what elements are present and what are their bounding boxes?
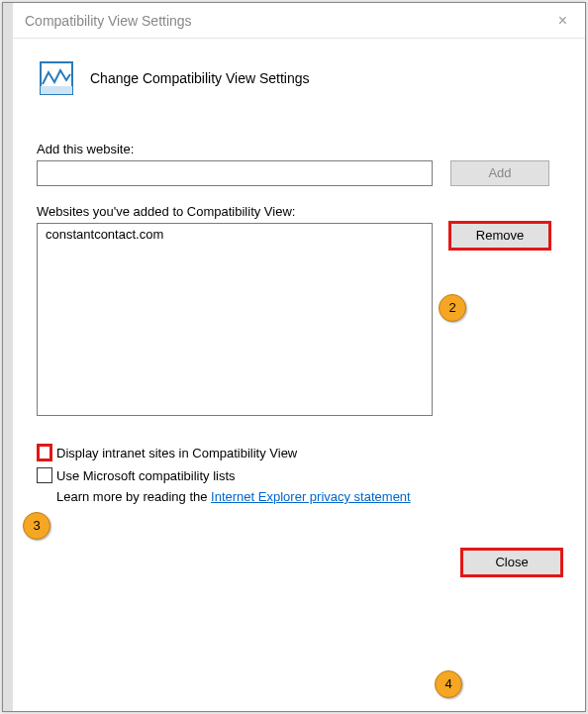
- mslists-checkbox-row: Use Microsoft compatibility lists: [37, 467, 561, 483]
- titlebar: Compatibility View Settings ×: [13, 3, 585, 39]
- list-item[interactable]: constantcontact.com: [40, 226, 430, 243]
- window-title: Compatibility View Settings: [25, 3, 192, 39]
- privacy-statement-link[interactable]: Internet Explorer privacy statement: [211, 489, 411, 504]
- annotation-callout-3: 3: [23, 512, 50, 540]
- mslists-checkbox-label: Use Microsoft compatibility lists: [56, 468, 236, 483]
- header-row: Change Compatibility View Settings: [37, 58, 561, 98]
- learn-more-line: Learn more by reading the Internet Explo…: [56, 489, 561, 504]
- dialog-window: Compatibility View Settings × Change Com…: [2, 2, 586, 712]
- learn-more-prefix: Learn more by reading the: [56, 489, 211, 504]
- add-website-row: Add: [37, 160, 561, 186]
- annotation-callout-2: 2: [439, 294, 466, 322]
- close-icon[interactable]: ×: [552, 3, 573, 39]
- intranet-checkbox-label: Display intranet sites in Compatibility …: [56, 446, 297, 460]
- dialog-footer: Close: [37, 550, 561, 575]
- add-button[interactable]: Add: [450, 160, 549, 186]
- header-title: Change Compatibility View Settings: [90, 70, 310, 86]
- compat-list[interactable]: constantcontact.com: [37, 223, 433, 416]
- add-website-input[interactable]: [37, 160, 433, 186]
- compat-list-label: Websites you've added to Compatibility V…: [37, 204, 561, 219]
- compat-list-row: constantcontact.com Remove: [37, 223, 561, 416]
- mslists-checkbox[interactable]: [37, 467, 52, 483]
- remove-button[interactable]: Remove: [450, 223, 549, 249]
- close-button[interactable]: Close: [462, 550, 561, 575]
- annotation-callout-4: 4: [435, 670, 462, 698]
- intranet-checkbox[interactable]: [37, 444, 52, 461]
- add-website-label: Add this website:: [37, 142, 561, 156]
- svg-rect-1: [41, 86, 72, 94]
- dialog-content: Change Compatibility View Settings Add t…: [3, 39, 585, 593]
- intranet-checkbox-row: Display intranet sites in Compatibility …: [37, 444, 561, 461]
- compat-view-icon: [37, 58, 76, 98]
